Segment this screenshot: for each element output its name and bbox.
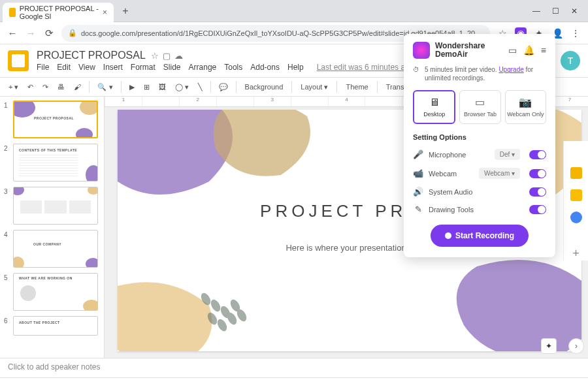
comment-button[interactable]: 💬 — [216, 81, 231, 93]
library-icon[interactable]: ▭ — [508, 45, 517, 55]
menu-insert[interactable]: Insert — [103, 63, 123, 72]
shape-button[interactable]: ◯ ▾ — [172, 81, 192, 93]
redo-button[interactable]: ↷ — [39, 81, 52, 93]
thumbnail-4[interactable]: OUR COMPANY — [13, 230, 98, 268]
menu-slide[interactable]: Slide — [163, 63, 181, 72]
maximize-icon[interactable]: ☐ — [552, 7, 559, 16]
limit-notice: ⏱ 5 minutes limit per video. Upgrade for… — [413, 65, 546, 82]
account-avatar[interactable]: T — [561, 51, 580, 71]
slides-logo-icon[interactable] — [8, 50, 29, 71]
thumbnail-5[interactable]: WHAT WE ARE WORKING ON — [13, 273, 98, 311]
mode-browser-tab[interactable]: ▭Browser Tab — [459, 90, 500, 124]
print-button[interactable]: 🖶 — [54, 81, 68, 93]
svg-point-0 — [199, 291, 212, 306]
background-button[interactable]: Background — [241, 81, 287, 93]
keep-icon[interactable] — [570, 189, 582, 201]
window-controls: — ☐ ✕ — [525, 7, 585, 16]
svg-point-1 — [209, 298, 222, 313]
webcam-select[interactable]: Webcam ▾ — [479, 168, 520, 179]
menu-tools[interactable]: Tools — [224, 63, 242, 72]
browser-tab-strip: PROJECT PROPOSAL - Google Sl × + — ☐ ✕ — [0, 0, 588, 22]
new-tab-button[interactable]: + — [118, 3, 133, 19]
slide-thumbnails[interactable]: 1 PROJECT PROPOSAL 2 CONTENTS OF THIS TE… — [0, 97, 105, 358]
demoair-logo-icon — [413, 42, 430, 59]
star-document-icon[interactable]: ☆ — [151, 51, 159, 61]
demoair-panel: WondershareDemoAir ▭ 🔔 ≡ ⏱ 5 minutes lim… — [404, 34, 555, 257]
side-panel: + — [563, 141, 588, 261]
lock-icon: 🔒 — [68, 29, 77, 37]
upgrade-link[interactable]: Upgrade — [498, 66, 523, 73]
theme-button[interactable]: Theme — [342, 81, 372, 93]
bell-icon[interactable]: 🔔 — [523, 45, 534, 55]
menu-addons[interactable]: Add-ons — [250, 63, 280, 72]
svg-point-3 — [206, 311, 219, 326]
new-slide-button[interactable]: + ▾ — [5, 81, 22, 93]
mode-desktop[interactable]: 🖥Desktop — [413, 90, 455, 124]
calendar-icon[interactable] — [570, 167, 582, 179]
camera-icon: 📷 — [507, 96, 544, 108]
textbox-button[interactable]: ⊞ — [140, 81, 153, 93]
tab-icon: ▭ — [461, 96, 498, 108]
menu-help[interactable]: Help — [287, 63, 304, 72]
browser-tab[interactable]: PROJECT PROPOSAL - Google Sl × — [3, 3, 114, 22]
option-webcam: 📹 Webcam Webcam ▾ — [413, 168, 546, 179]
menu-arrange[interactable]: Arrange — [189, 63, 217, 72]
reload-icon[interactable]: ⟳ — [43, 27, 55, 39]
image-button[interactable]: 🖼 — [155, 81, 169, 93]
mic-select[interactable]: Def ▾ — [495, 149, 520, 160]
layout-button[interactable]: Layout ▾ — [297, 81, 332, 93]
close-tab-icon[interactable]: × — [103, 8, 107, 17]
svg-point-4 — [216, 317, 229, 332]
document-title[interactable]: PROJECT PROPOSAL — [37, 50, 146, 61]
menu-bar: File Edit View Insert Format Slide Arran… — [37, 63, 414, 72]
slide-subtitle-text[interactable]: Here is where your presentation b — [286, 243, 413, 253]
option-microphone: 🎤 Microphone Def ▾ — [413, 149, 546, 160]
mic-toggle[interactable] — [529, 150, 546, 159]
collapse-sidepanel-icon[interactable]: › — [568, 338, 584, 354]
paint-format-button[interactable]: 🖌 — [71, 81, 84, 93]
stopwatch-icon: ⏱ — [413, 65, 419, 82]
pencil-icon: ✎ — [413, 204, 423, 214]
thumbnail-2[interactable]: CONTENTS OF THIS TEMPLATE — [13, 144, 98, 182]
bottom-bar — [0, 377, 588, 380]
move-document-icon[interactable]: ▢ — [163, 51, 171, 61]
monitor-icon: 🖥 — [416, 97, 453, 108]
explore-button[interactable]: ✦ — [541, 338, 557, 354]
thumbnail-3[interactable] — [13, 187, 98, 225]
forward-icon[interactable]: → — [25, 27, 37, 39]
webcam-toggle[interactable] — [529, 169, 546, 178]
undo-button[interactable]: ↶ — [24, 81, 37, 93]
slides-favicon — [9, 8, 16, 17]
start-recording-button[interactable]: Start Recording — [431, 225, 529, 247]
option-system-audio: 🔊 System Audio — [413, 187, 546, 197]
audio-toggle[interactable] — [529, 187, 546, 197]
menu-view[interactable]: View — [78, 63, 95, 72]
add-panel-icon[interactable]: + — [572, 247, 580, 261]
menu-icon[interactable]: ≡ — [541, 45, 546, 55]
option-drawing-tools: ✎ Drawing Tools — [413, 204, 546, 214]
cloud-status-icon: ☁ — [174, 51, 183, 61]
tab-title: PROJECT PROPOSAL - Google Sl — [20, 5, 99, 20]
drawing-toggle[interactable] — [529, 205, 546, 214]
thumbnail-1[interactable]: PROJECT PROPOSAL — [13, 101, 98, 138]
mode-webcam-only[interactable]: 📷Webcam Only — [505, 90, 546, 124]
close-window-icon[interactable]: ✕ — [571, 7, 578, 16]
minimize-icon[interactable]: — — [532, 7, 540, 16]
webcam-icon: 📹 — [413, 168, 423, 178]
zoom-button[interactable]: 🔍 ▾ — [94, 81, 116, 93]
thumbnail-6[interactable]: ABOUT THE PROJECT — [13, 316, 98, 336]
microphone-icon: 🎤 — [413, 150, 423, 159]
speaker-notes[interactable]: Click to add speaker notes — [0, 358, 588, 377]
speaker-icon: 🔊 — [413, 187, 423, 197]
settings-heading: Setting Options — [413, 133, 546, 141]
tasks-icon[interactable] — [570, 212, 582, 223]
last-edit-link[interactable]: Last edit was 6 minutes ago — [317, 63, 414, 72]
menu-format[interactable]: Format — [131, 63, 155, 72]
menu-file[interactable]: File — [37, 63, 49, 72]
menu-edit[interactable]: Edit — [57, 63, 71, 72]
select-tool-button[interactable]: ▶ — [126, 81, 138, 93]
line-button[interactable]: ╲ — [195, 81, 206, 93]
back-icon[interactable]: ← — [7, 27, 18, 39]
chrome-menu-icon[interactable]: ⋮ — [570, 27, 581, 39]
extension-name: WondershareDemoAir — [435, 42, 485, 59]
